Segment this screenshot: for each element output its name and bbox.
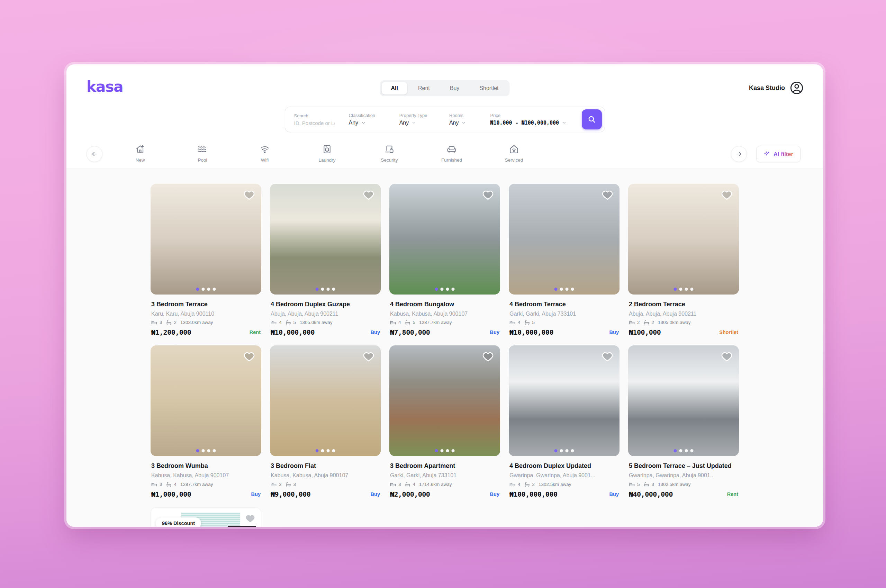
tab-rent[interactable]: Rent xyxy=(409,82,439,94)
carousel-dot[interactable] xyxy=(679,288,682,291)
carousel-dot[interactable] xyxy=(202,288,205,291)
search-button[interactable] xyxy=(582,110,601,129)
amenity-furnished[interactable]: Furnished xyxy=(436,144,467,163)
kasa-logo[interactable]: kasa xyxy=(87,80,123,94)
carousel-dot[interactable] xyxy=(332,449,335,452)
carousel-dot[interactable] xyxy=(316,288,319,291)
carousel-dot[interactable] xyxy=(690,449,694,452)
carousel-dot[interactable] xyxy=(321,288,324,291)
favorite-button[interactable] xyxy=(721,188,735,202)
tab-buy[interactable]: Buy xyxy=(441,82,469,94)
favorite-button[interactable] xyxy=(482,350,496,363)
bed-icon xyxy=(271,482,277,487)
search-input[interactable] xyxy=(294,120,335,126)
carousel-dot[interactable] xyxy=(565,288,569,291)
carousel-dot[interactable] xyxy=(196,449,199,452)
carousel-dots[interactable] xyxy=(435,449,455,452)
favorite-button[interactable] xyxy=(243,188,257,202)
favorite-button[interactable] xyxy=(482,188,496,202)
scroll-left-button[interactable] xyxy=(87,146,102,162)
favorite-button[interactable] xyxy=(363,350,376,363)
carousel-dot[interactable] xyxy=(555,449,558,452)
carousel-dot[interactable] xyxy=(321,449,324,452)
property-card[interactable]: 4 Bedroom Terrace Garki, Garki, Abuja 73… xyxy=(509,184,619,336)
tab-all[interactable]: All xyxy=(382,82,407,94)
property-price: ₦100,000 xyxy=(629,328,661,336)
search-field[interactable]: Search xyxy=(294,113,349,126)
wifi-icon xyxy=(259,144,270,154)
carousel-dots[interactable] xyxy=(555,288,574,291)
rooms-select[interactable]: Rooms Any xyxy=(449,113,490,126)
tab-shortlet[interactable]: Shortlet xyxy=(470,82,508,94)
carousel-dot[interactable] xyxy=(332,288,335,291)
property-card[interactable]: 3 Bedroom Flat Kabusa, Kabusa, Abuja 900… xyxy=(270,345,381,498)
chevron-down-icon xyxy=(361,120,366,125)
carousel-dot[interactable] xyxy=(685,288,688,291)
scroll-right-button[interactable] xyxy=(731,146,747,162)
carousel-dot[interactable] xyxy=(441,449,444,452)
property-card[interactable]: 4 Bedroom Duplex Updated Gwarinpa, Gwari… xyxy=(509,345,619,498)
carousel-dot[interactable] xyxy=(555,288,558,291)
carousel-dot[interactable] xyxy=(446,449,449,452)
property-card[interactable]: 2 Bedroom Terrace Abuja, Abuja, Abuja 90… xyxy=(628,184,739,336)
favorite-button[interactable] xyxy=(601,188,615,202)
carousel-dot[interactable] xyxy=(446,288,449,291)
favorite-button[interactable] xyxy=(601,350,615,363)
property-card[interactable]: 3 Bedroom Terrace Karu, Karu, Abuja 9001… xyxy=(151,184,261,336)
amenity-security[interactable]: Security xyxy=(374,144,405,163)
carousel-dots[interactable] xyxy=(674,449,694,452)
carousel-dots[interactable] xyxy=(196,449,216,452)
account-menu[interactable]: Kasa Studio xyxy=(749,81,804,95)
property-card[interactable]: 4 Bedroom Bungalow Kabusa, Kabusa, Abuja… xyxy=(389,184,500,336)
favorite-button[interactable] xyxy=(245,513,255,524)
carousel-dot[interactable] xyxy=(207,449,210,452)
carousel-dots[interactable] xyxy=(674,288,694,291)
amenity-pool[interactable]: Pool xyxy=(187,144,218,163)
property-card[interactable]: 3 Bedroom Apartment Garki, Garki, Abuja … xyxy=(389,345,500,498)
carousel-dots[interactable] xyxy=(196,288,216,291)
property-type-select[interactable]: Property Type Any xyxy=(399,113,449,126)
carousel-dot[interactable] xyxy=(196,288,199,291)
ai-filter-button[interactable]: AI filter xyxy=(756,146,801,162)
carousel-dots[interactable] xyxy=(555,449,574,452)
carousel-dot[interactable] xyxy=(435,288,438,291)
carousel-dot[interactable] xyxy=(452,288,455,291)
amenity-wifi[interactable]: Wifi xyxy=(249,144,280,163)
carousel-dots[interactable] xyxy=(316,288,335,291)
carousel-dot[interactable] xyxy=(327,288,330,291)
carousel-dot[interactable] xyxy=(674,449,677,452)
carousel-dot[interactable] xyxy=(452,449,455,452)
carousel-dot[interactable] xyxy=(690,288,694,291)
carousel-dot[interactable] xyxy=(571,449,574,452)
favorite-button[interactable] xyxy=(363,188,376,202)
carousel-dot[interactable] xyxy=(213,288,216,291)
carousel-dot[interactable] xyxy=(560,449,563,452)
property-card[interactable]: 3 Bedroom Wumba Kabusa, Kabusa, Abuja 90… xyxy=(151,345,261,498)
price-range-select[interactable]: Price ₦10,000 - ₦100,000,000 xyxy=(490,113,582,126)
carousel-dot[interactable] xyxy=(327,449,330,452)
favorite-button[interactable] xyxy=(721,350,735,363)
carousel-dot[interactable] xyxy=(441,288,444,291)
property-card[interactable]: 4 Bedroom Duplex Guzape Abuja, Abuja, Ab… xyxy=(270,184,381,336)
carousel-dot[interactable] xyxy=(571,288,574,291)
carousel-dot[interactable] xyxy=(685,449,688,452)
carousel-dot[interactable] xyxy=(207,288,210,291)
property-meta: 4 5 1287.7km away xyxy=(390,320,499,325)
amenity-new[interactable]: New xyxy=(124,144,156,163)
carousel-dot[interactable] xyxy=(316,449,319,452)
carousel-dot[interactable] xyxy=(674,288,677,291)
carousel-dot[interactable] xyxy=(202,449,205,452)
amenity-laundry[interactable]: Laundry xyxy=(312,144,343,163)
amenity-serviced[interactable]: Serviced xyxy=(498,144,529,163)
favorite-button[interactable] xyxy=(243,350,257,363)
carousel-dot[interactable] xyxy=(213,449,216,452)
carousel-dots[interactable] xyxy=(435,288,455,291)
classification-select[interactable]: Classification Any xyxy=(349,113,399,126)
partial-card[interactable]: BALCONY 96% Discount xyxy=(151,507,261,527)
carousel-dot[interactable] xyxy=(435,449,438,452)
carousel-dots[interactable] xyxy=(316,449,335,452)
property-card[interactable]: 5 Bedroom Terrace – Just Updated Gwarinp… xyxy=(628,345,739,498)
carousel-dot[interactable] xyxy=(560,288,563,291)
carousel-dot[interactable] xyxy=(679,449,682,452)
carousel-dot[interactable] xyxy=(565,449,569,452)
